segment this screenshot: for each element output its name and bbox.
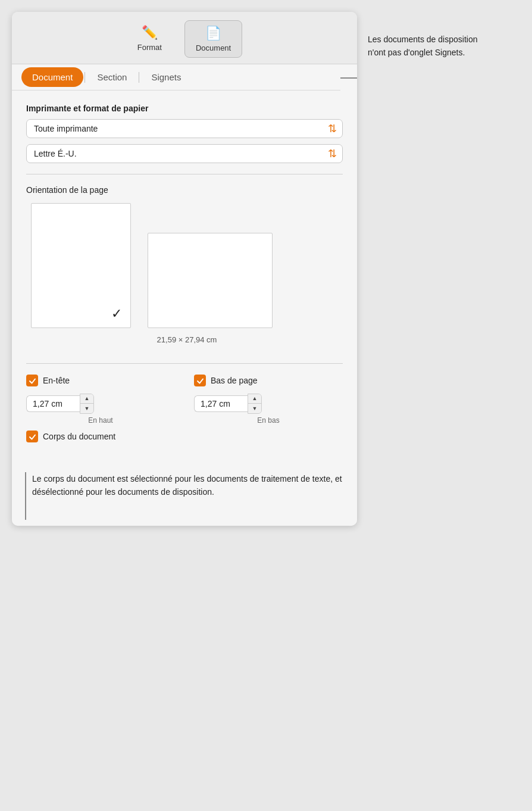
printer-select-row: Toute imprimante ⇅ xyxy=(26,119,343,138)
header-stepper-up[interactable]: ▲ xyxy=(80,394,93,404)
tab-signets[interactable]: Signets xyxy=(140,67,192,87)
format-icon: ✏️ xyxy=(142,25,158,40)
footer-stepper-down[interactable]: ▼ xyxy=(248,404,261,413)
orientation-label: Orientation de la page xyxy=(26,185,343,195)
body-label: Corps du document xyxy=(43,432,115,441)
panel-content: Imprimante et format de papier Toute imp… xyxy=(12,91,357,464)
tab-divider-2 xyxy=(139,72,139,83)
tabs-row: Document Section Signets xyxy=(12,64,357,91)
footer-col: Bas de page ▲ ▼ En bas xyxy=(194,375,343,425)
printer-section-label: Imprimante et format de papier xyxy=(26,104,343,113)
portrait-page: ✓ xyxy=(31,203,131,328)
document-button[interactable]: 📄 Document xyxy=(184,20,242,58)
header-sublabel: En haut xyxy=(26,416,175,425)
footer-input-row: ▲ ▼ xyxy=(194,394,343,414)
format-label: Format xyxy=(137,43,162,52)
document-label: Document xyxy=(196,43,231,52)
document-icon: 📄 xyxy=(205,26,221,41)
tab-section[interactable]: Section xyxy=(86,67,137,87)
divider-2 xyxy=(26,363,343,364)
footer-sublabel: En bas xyxy=(194,416,343,425)
footer-label: Bas de page xyxy=(211,376,258,385)
paper-select-wrapper: Lettre É.-U. ⇅ xyxy=(26,144,343,163)
header-value-input[interactable] xyxy=(26,395,80,412)
header-col: En-tête ▲ ▼ En haut xyxy=(26,375,175,425)
header-stepper: ▲ ▼ xyxy=(80,394,94,414)
header-checkbox-row: En-tête xyxy=(26,375,175,386)
orientation-landscape[interactable] xyxy=(148,233,273,328)
body-annotation-line xyxy=(25,472,26,520)
body-annotation: Le corps du document est sélectionné pou… xyxy=(17,472,352,520)
tab-document[interactable]: Document xyxy=(21,67,83,87)
header-stepper-down[interactable]: ▼ xyxy=(80,404,93,413)
header-footer-section: En-tête ▲ ▼ En haut xyxy=(26,375,343,425)
toolbar: ✏️ Format 📄 Document xyxy=(12,12,357,64)
portrait-checkmark: ✓ xyxy=(111,306,122,322)
body-annotation-text: Le corps du document est sélectionné pou… xyxy=(32,472,352,499)
body-checkbox-row: Corps du document xyxy=(26,431,343,442)
header-label: En-tête xyxy=(43,376,70,385)
printer-select[interactable]: Toute imprimante xyxy=(26,119,343,138)
orientation-section: Orientation de la page ✓ 21,5 xyxy=(26,185,343,344)
header-checkbox[interactable] xyxy=(26,375,38,386)
body-checkbox[interactable] xyxy=(26,431,38,442)
inspector-panel: ✏️ Format 📄 Document Document Section xyxy=(12,12,357,526)
signets-annotation-line xyxy=(340,64,357,79)
annotation-dash xyxy=(340,77,357,79)
tabs-bar: Document Section Signets xyxy=(12,64,340,91)
orientation-options: ✓ xyxy=(26,203,343,328)
footer-value-input[interactable] xyxy=(194,395,248,412)
signets-annotation-text: Les documents de disposition n'ont pas d… xyxy=(368,33,493,59)
paper-select[interactable]: Lettre É.-U. xyxy=(26,144,343,163)
footer-stepper: ▲ ▼ xyxy=(248,394,262,414)
tab-divider-1 xyxy=(85,72,85,83)
orientation-portrait[interactable]: ✓ xyxy=(31,203,131,328)
bottom-annotation-area: Le corps du document est sélectionné pou… xyxy=(12,464,357,526)
orientation-dimensions: 21,59 × 27,94 cm xyxy=(26,335,343,344)
paper-select-row: Lettre É.-U. ⇅ xyxy=(26,144,343,163)
app-window: ✏️ Format 📄 Document Document Section xyxy=(12,12,520,526)
footer-checkbox[interactable] xyxy=(194,375,206,386)
header-input-row: ▲ ▼ xyxy=(26,394,175,414)
footer-checkbox-row: Bas de page xyxy=(194,375,343,386)
divider-1 xyxy=(26,174,343,174)
landscape-page xyxy=(148,233,273,328)
right-annotation-area: Les documents de disposition n'ont pas d… xyxy=(357,12,493,59)
printer-select-wrapper: Toute imprimante ⇅ xyxy=(26,119,343,138)
footer-stepper-up[interactable]: ▲ xyxy=(248,394,261,404)
format-button[interactable]: ✏️ Format xyxy=(127,20,173,58)
